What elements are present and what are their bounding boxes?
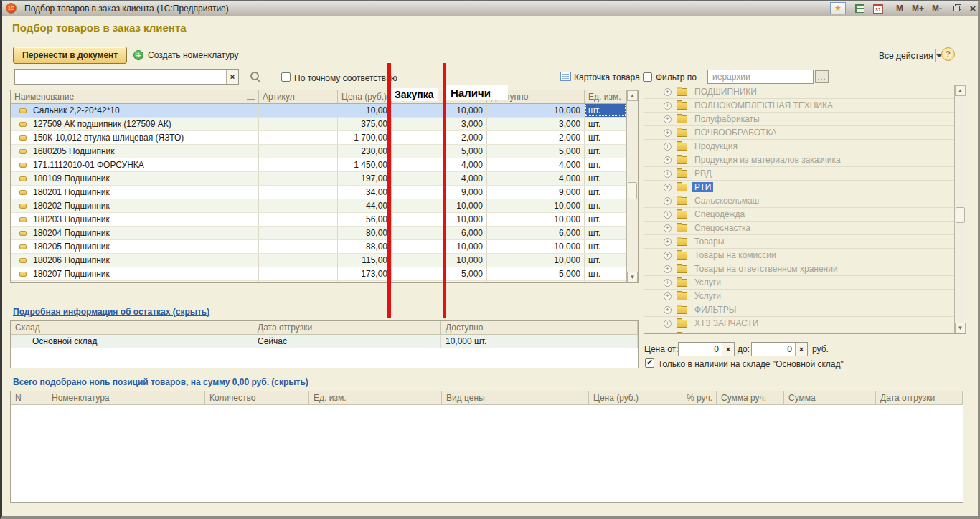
product-stock-cell[interactable]: 4,000 xyxy=(446,172,487,185)
header-article[interactable]: Артикул xyxy=(259,90,338,103)
product-available-cell[interactable] xyxy=(487,281,585,282)
product-purchase-cell[interactable] xyxy=(392,158,446,171)
product-purchase-cell[interactable] xyxy=(392,254,446,267)
product-unit-cell[interactable]: шт. xyxy=(585,267,626,280)
product-article-cell[interactable] xyxy=(259,267,338,280)
product-unit-cell[interactable]: шт. xyxy=(585,172,626,185)
product-available-cell[interactable]: 4,000 xyxy=(487,158,585,171)
stock-row[interactable]: Основной склад Сейчас 10,000 шт. xyxy=(11,335,638,348)
expand-icon[interactable] xyxy=(664,252,672,260)
product-unit-cell[interactable]: шт. xyxy=(585,199,626,212)
product-unit-cell[interactable]: шт. xyxy=(585,213,626,226)
scroll-down-icon[interactable]: ▼ xyxy=(627,272,638,282)
expand-icon[interactable] xyxy=(664,115,672,123)
product-unit-cell[interactable]: шт. xyxy=(585,158,626,171)
picked-header-cell[interactable]: % руч. xyxy=(682,391,717,404)
product-stock-cell[interactable]: 10,000 xyxy=(446,199,487,212)
expand-icon[interactable] xyxy=(664,224,672,232)
product-stock-cell[interactable] xyxy=(446,281,487,282)
m-minus-button[interactable]: M- xyxy=(932,3,942,14)
product-available-cell[interactable]: 10,000 xyxy=(487,240,585,253)
product-article-cell[interactable] xyxy=(259,131,338,144)
tree-row[interactable]: Сальсксельмаш xyxy=(644,194,954,208)
tree-row[interactable]: Товары xyxy=(644,235,954,249)
product-article-cell[interactable] xyxy=(259,118,338,130)
expand-icon[interactable] xyxy=(664,279,672,287)
product-row[interactable]: 180203 Подшипник 56,00 10,000 10,000 шт. xyxy=(11,213,626,227)
tree-label[interactable]: Продукция из материалов заказчика xyxy=(692,155,843,165)
product-article-cell[interactable] xyxy=(259,254,338,267)
product-row[interactable]: 180201 Подшипник 34,00 9,000 9,000 шт. xyxy=(11,186,626,199)
product-row[interactable]: 180208 Подшипник xyxy=(11,281,626,282)
product-unit-cell[interactable]: шт. xyxy=(585,186,626,199)
product-name-cell[interactable]: 180109 Подшипник xyxy=(11,172,259,185)
create-nomenclature-button[interactable]: Создать номенклатуру xyxy=(133,49,239,61)
product-stock-cell[interactable]: 9,000 xyxy=(446,186,487,199)
picked-header-cell[interactable]: Дата отгрузки xyxy=(876,391,963,404)
product-stock-cell[interactable]: 6,000 xyxy=(446,227,487,239)
stock-header-cell[interactable]: Дата отгрузки xyxy=(253,321,441,334)
expand-icon[interactable] xyxy=(664,265,672,273)
product-price-cell[interactable]: 56,00 xyxy=(338,213,392,226)
help-button[interactable]: ? xyxy=(941,47,955,61)
header-name[interactable]: Наименование xyxy=(11,90,259,103)
product-purchase-cell[interactable] xyxy=(392,186,446,199)
expand-icon[interactable] xyxy=(664,238,672,246)
tree-label[interactable]: ФИЛЬТРЫ xyxy=(692,305,738,315)
product-available-cell[interactable]: 10,000 xyxy=(487,213,585,226)
tree-label[interactable]: ПОЧВООБРАБОТКА xyxy=(692,128,778,138)
exact-match-checkbox[interactable] xyxy=(281,72,291,82)
picked-summary-link[interactable]: Всего подобрано ноль позиций товаров, на… xyxy=(13,377,308,387)
product-purchase-cell[interactable] xyxy=(392,145,446,158)
picked-header-cell[interactable]: Номенклатура xyxy=(47,391,205,404)
m-button[interactable]: M xyxy=(896,3,903,14)
price-to-input[interactable]: 0 × xyxy=(751,342,808,356)
products-scrollbar[interactable]: ▲ ▼ xyxy=(626,90,638,282)
product-price-cell[interactable]: 115,00 xyxy=(338,254,392,267)
tree-row[interactable]: ПОЛНОКОМПЛЕКТНАЯ ТЕХНИКА xyxy=(644,99,954,113)
product-unit-cell[interactable]: шт. xyxy=(585,145,626,158)
product-article-cell[interactable] xyxy=(259,145,338,158)
tree-row[interactable]: Услуги xyxy=(644,290,954,303)
product-purchase-cell[interactable] xyxy=(392,213,446,226)
product-row[interactable]: 171.1112010-01 ФОРСУНКА 1 450,00 4,000 4… xyxy=(11,158,626,172)
product-price-cell[interactable]: 230,00 xyxy=(338,145,392,158)
tree-row[interactable]: Товары на комиссии xyxy=(644,249,954,262)
product-stock-cell[interactable]: 10,000 xyxy=(446,240,487,253)
product-purchase-cell[interactable] xyxy=(392,199,446,212)
product-stock-cell[interactable]: 5,000 xyxy=(446,145,487,158)
product-name-cell[interactable]: 180205 Подшипник xyxy=(11,240,259,253)
product-price-cell[interactable]: 10,00 xyxy=(338,104,392,117)
product-unit-cell[interactable]: шт. xyxy=(585,227,626,239)
tree-row[interactable]: РТИ xyxy=(644,181,954,194)
product-article-cell[interactable] xyxy=(259,104,338,117)
transfer-to-document-button[interactable]: Перенести в документ xyxy=(13,47,127,64)
tree-label[interactable]: Сальсксельмаш xyxy=(692,196,761,206)
product-purchase-cell[interactable] xyxy=(392,227,446,239)
picked-header-cell[interactable]: N xyxy=(11,391,47,404)
warehouse-cell[interactable]: Основной склад xyxy=(11,335,253,348)
expand-icon[interactable] xyxy=(664,88,672,96)
product-stock-cell[interactable]: 10,000 xyxy=(446,254,487,267)
tree-label[interactable]: ПОЛНОКОМПЛЕКТНАЯ ТЕХНИКА xyxy=(692,100,835,110)
product-price-cell[interactable]: 88,00 xyxy=(338,240,392,253)
product-name-cell[interactable]: 180206 Подшипник xyxy=(11,254,259,267)
product-name-cell[interactable]: 180203 Подшипник xyxy=(11,213,259,226)
product-available-cell[interactable]: 2,000 xyxy=(487,131,585,144)
expand-icon[interactable] xyxy=(664,102,672,110)
product-name-cell[interactable]: 171.1112010-01 ФОРСУНКА xyxy=(11,158,259,171)
tree-row[interactable]: ХТЗ ЗАПЧАСТИ xyxy=(644,317,954,330)
tree-row[interactable]: Спецодежда xyxy=(644,208,954,222)
product-article-cell[interactable] xyxy=(259,281,338,282)
filter-by-checkbox[interactable] xyxy=(643,72,652,82)
tree-label[interactable]: Товары на комиссии xyxy=(692,250,778,260)
tree-scrollbar[interactable]: ▲ ▼ xyxy=(954,85,966,333)
picked-header-cell[interactable]: Количество xyxy=(205,391,309,404)
product-stock-cell[interactable]: 5,000 xyxy=(446,267,487,280)
scroll-thumb[interactable] xyxy=(956,207,965,223)
product-available-cell[interactable]: 5,000 xyxy=(487,267,585,280)
all-actions-button[interactable]: Все действия xyxy=(879,50,942,62)
header-price[interactable]: Цена (руб.) xyxy=(338,90,392,103)
tree-row[interactable] xyxy=(644,330,954,333)
expand-icon[interactable] xyxy=(664,306,672,314)
